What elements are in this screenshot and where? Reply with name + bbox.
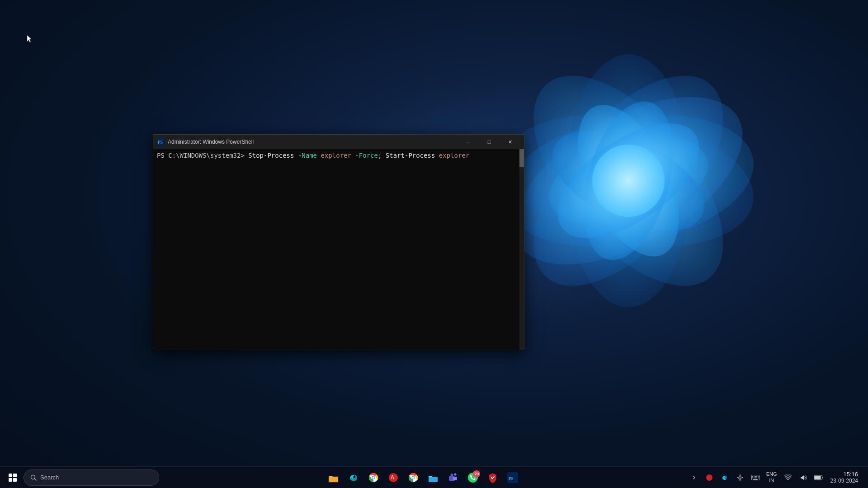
lang-line2: IN: [769, 478, 774, 483]
taskbar-chrome-alt[interactable]: [404, 469, 422, 487]
taskbar-whatsapp[interactable]: 70: [464, 469, 482, 487]
clock-time: 15:16: [843, 471, 858, 478]
taskbar-center-icons: A: [159, 469, 688, 487]
ps-space1: [294, 151, 297, 160]
svg-rect-49: [815, 476, 821, 479]
svg-point-5: [493, 97, 764, 265]
taskbar-red-app[interactable]: A: [384, 469, 402, 487]
taskbar-powershell[interactable]: PS: [504, 469, 522, 487]
taskbar-chrome[interactable]: [364, 469, 382, 487]
powershell-titlebar[interactable]: PS Administrator: Windows PowerShell ─ □…: [153, 135, 524, 149]
svg-point-25: [412, 476, 415, 479]
tray-keyboard[interactable]: [749, 469, 762, 486]
svg-rect-48: [822, 477, 823, 479]
clock-date: 23-09-2024: [830, 478, 858, 484]
svg-point-4: [499, 43, 758, 319]
taskbar-right: ENG IN: [688, 469, 864, 487]
ps-separator: ;: [378, 151, 382, 160]
ps-value2: explorer: [439, 151, 469, 160]
maximize-button[interactable]: □: [479, 135, 500, 149]
mouse-cursor: [27, 35, 33, 43]
svg-point-28: [451, 474, 453, 476]
ps-command-start: Start-Process: [386, 151, 435, 160]
ps-prompt: PS C:\WINDOWS\system32>: [157, 151, 248, 160]
svg-rect-38: [755, 476, 756, 477]
tray-overflow-button[interactable]: [688, 469, 700, 486]
ps-param2: -Force: [355, 151, 378, 160]
svg-rect-37: [754, 476, 755, 477]
tray-app-red[interactable]: [703, 469, 716, 486]
tray-sparkle[interactable]: [734, 469, 746, 486]
powershell-content[interactable]: PS C:\WINDOWS\system32> Stop-Process -Na…: [153, 149, 524, 350]
close-button[interactable]: ✕: [500, 135, 520, 149]
svg-point-1: [493, 97, 764, 265]
tray-edge[interactable]: [718, 469, 731, 486]
taskbar-edge[interactable]: [344, 469, 363, 487]
search-icon: [30, 474, 37, 481]
ps-space3: [351, 151, 355, 160]
minimize-button[interactable]: ─: [458, 135, 479, 149]
desktop: PS Administrator: Windows PowerShell ─ □…: [0, 0, 868, 488]
svg-rect-36: [752, 476, 753, 477]
language-indicator[interactable]: ENG IN: [764, 470, 779, 484]
svg-text:PS: PS: [509, 476, 514, 481]
ps-command-stop: Stop-Process: [248, 151, 294, 160]
ps-scrollbar[interactable]: [519, 149, 524, 350]
svg-point-9: [568, 92, 689, 270]
start-button[interactable]: [4, 469, 22, 487]
window-controls: ─ □ ✕: [458, 135, 520, 149]
search-bar[interactable]: Search: [24, 469, 159, 486]
svg-rect-44: [756, 477, 757, 478]
ps-space2: [317, 151, 321, 160]
taskbar: Search: [0, 466, 868, 488]
svg-rect-26: [429, 477, 438, 482]
svg-text:A: A: [391, 474, 394, 481]
svg-point-10: [538, 101, 718, 261]
system-clock[interactable]: 15:16 23-09-2024: [828, 469, 861, 487]
logo-cell-1: [9, 474, 12, 477]
taskbar-teams[interactable]: [444, 469, 462, 487]
ps-space4: [382, 151, 385, 160]
taskbar-security[interactable]: [484, 469, 502, 487]
svg-point-11: [592, 145, 665, 217]
svg-point-8: [557, 90, 699, 272]
search-label: Search: [40, 474, 59, 481]
svg-point-7: [538, 109, 719, 252]
svg-rect-40: [758, 476, 759, 477]
logo-cell-2: [13, 474, 17, 477]
powershell-icon: PS: [157, 138, 164, 145]
powershell-window: PS Administrator: Windows PowerShell ─ □…: [153, 134, 524, 350]
logo-cell-4: [13, 478, 17, 482]
powershell-title: Administrator: Windows PowerShell: [168, 139, 458, 145]
svg-point-3: [565, 54, 692, 307]
svg-point-29: [454, 473, 457, 475]
svg-rect-41: [752, 477, 753, 478]
tray-speaker[interactable]: [797, 469, 810, 486]
svg-point-6: [539, 120, 717, 241]
svg-point-2: [499, 43, 758, 319]
svg-point-0: [487, 63, 770, 299]
ps-space5: [435, 151, 439, 160]
ps-value1: explorer: [321, 151, 351, 160]
svg-point-34: [706, 474, 712, 481]
svg-rect-43: [755, 477, 756, 478]
tray-wifi[interactable]: [782, 469, 794, 486]
logo-cell-3: [9, 478, 12, 482]
ps-scrollbar-thumb: [519, 149, 524, 167]
taskbar-left: Search: [4, 469, 159, 487]
command-line: PS C:\WINDOWS\system32> Stop-Process -Na…: [157, 151, 520, 160]
whatsapp-badge: 70: [473, 470, 480, 478]
svg-rect-45: [758, 477, 759, 478]
taskbar-file-explorer[interactable]: [325, 469, 343, 487]
svg-point-20: [373, 476, 375, 479]
taskbar-files[interactable]: [424, 469, 442, 487]
svg-line-15: [35, 479, 37, 480]
tray-battery[interactable]: [812, 469, 825, 486]
ps-param1: -Name: [298, 151, 317, 160]
windows-logo: [9, 474, 17, 482]
svg-rect-46: [753, 479, 758, 480]
svg-text:PS: PS: [158, 140, 163, 145]
svg-rect-42: [754, 477, 755, 478]
lang-line1: ENG: [766, 471, 777, 477]
svg-rect-30: [453, 477, 457, 480]
